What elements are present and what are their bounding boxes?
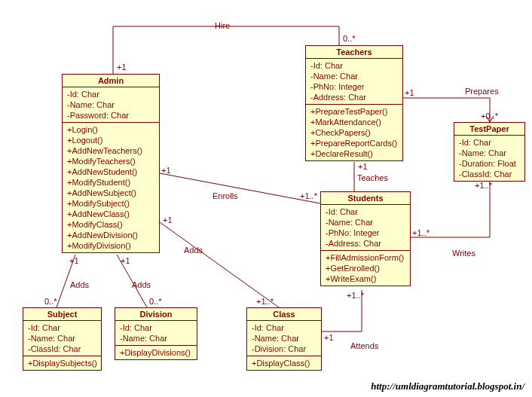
class-title: Admin <box>63 75 159 87</box>
m: +1 <box>405 88 414 97</box>
class-title: Subject <box>23 308 101 321</box>
attr-row: -Name: Char <box>67 99 154 110</box>
method-row: +AddNewSubject() <box>67 188 154 198</box>
m: +1..* <box>475 181 492 190</box>
footer-link[interactable]: http://umldiagramtutorial.blogspot.in/ <box>371 380 524 392</box>
writes-label: Writes <box>452 249 475 258</box>
method-row: +MarkAttendance() <box>310 117 398 127</box>
class-admin: Admin-Id: Char-Name: Char-Password: Char… <box>62 74 160 253</box>
attr-row: -Address: Char <box>310 92 398 102</box>
class-attrs: -Id: Char-Name: Char-Duration: Float-Cla… <box>454 136 524 181</box>
m: +0..* <box>481 111 498 121</box>
attr-row: -Id: Char <box>28 322 96 333</box>
method-row: +PrepareTestPaper() <box>310 106 398 117</box>
class-teachers: Teachers-Id: Char-Name: Char-PhNo: Integ… <box>305 45 403 161</box>
class-methods: +DisplaySubjects() <box>23 356 101 370</box>
class-testpaper: TestPaper-Id: Char-Name: Char-Duration: … <box>454 122 525 182</box>
m: +1 <box>121 256 130 265</box>
method-row: +ModifyDivision() <box>67 240 154 251</box>
attr-row: -Name: Char <box>459 148 520 158</box>
method-row: +FillAdmissionForm() <box>326 252 405 263</box>
method-row: +PrepareReportCards() <box>310 138 398 148</box>
class-attrs: -Id: Char-Name: Char-ClassId: Char <box>23 321 101 356</box>
class-methods: +Login()+Logout()+AddNewTeachers()+Modif… <box>63 123 159 252</box>
m: +1 <box>69 256 79 265</box>
attr-row: -Password: Char <box>67 110 154 121</box>
attr-row: -Duration: Float <box>459 158 520 169</box>
adds-division-label: Adds <box>132 280 151 289</box>
m: 0..* <box>343 34 356 43</box>
class-methods: +PrepareTestPaper()+MarkAttendance()+Che… <box>306 105 402 160</box>
m: +1 <box>163 215 173 224</box>
class-subject: Subject-Id: Char-Name: Char-ClassId: Cha… <box>23 307 102 371</box>
class-title: Students <box>321 192 410 205</box>
method-row: +DisplayClass() <box>252 358 316 368</box>
m: +1 <box>324 333 334 342</box>
method-row: +GetEnrolled() <box>326 263 405 273</box>
method-row: +CheckPapers() <box>310 127 398 138</box>
attr-row: -Id: Char <box>120 322 192 333</box>
class-attrs: -Id: Char-Name: Char-Password: Char <box>63 87 159 123</box>
attr-row: -PhNo: Integer <box>310 81 398 92</box>
class-methods: +DisplayDivisions() <box>115 346 197 359</box>
class-attrs: -Id: Char-Name: Char-Division: Char <box>247 321 321 356</box>
method-row: +AddNewDivision() <box>67 230 154 240</box>
attr-row: -PhNo: Integer <box>326 228 405 238</box>
class-title: TestPaper <box>454 123 524 136</box>
attr-row: -Id: Char <box>67 89 154 99</box>
class-division: Division-Id: Char-Name: Char+DisplayDivi… <box>115 307 197 360</box>
method-row: +AddNewStudent() <box>67 166 154 177</box>
m: +1..* <box>412 228 430 237</box>
method-row: +Logout() <box>67 135 154 145</box>
m: 0..* <box>44 297 57 306</box>
adds-class-label: Adds <box>184 246 203 255</box>
attr-row: -Id: Char <box>252 322 316 333</box>
attr-row: -Id: Char <box>310 60 398 71</box>
class-title: Teachers <box>306 46 402 59</box>
class-class: Class-Id: Char-Name: Char-Division: Char… <box>246 307 322 371</box>
attr-row: -Id: Char <box>326 206 405 217</box>
method-row: +ModifyTeachers() <box>67 156 154 166</box>
attr-row: -Id: Char <box>459 137 520 148</box>
class-title: Class <box>247 308 321 321</box>
method-row: +ModifyClass() <box>67 219 154 230</box>
class-methods: +FillAdmissionForm()+GetEnrolled()+Write… <box>321 251 410 286</box>
method-row: +ModifyStudent() <box>67 177 154 188</box>
attr-row: -Name: Char <box>252 333 316 344</box>
adds-subject-label: Adds <box>70 280 89 289</box>
class-attrs: -Id: Char-Name: Char <box>115 321 197 346</box>
prepares-label: Prepares <box>465 87 499 96</box>
attr-row: -Name: Char <box>326 217 405 228</box>
attr-row: -ClassId: Char <box>28 344 96 354</box>
class-attrs: -Id: Char-Name: Char-PhNo: Integer-Addre… <box>321 205 410 251</box>
teaches-label: Teaches <box>357 173 388 182</box>
method-row: +DeclareResult() <box>310 148 398 159</box>
attr-row: -Address: Char <box>326 238 405 249</box>
method-row: +AddNewTeachers() <box>67 145 154 156</box>
m: +1..* <box>256 297 274 306</box>
hire-label: Hire <box>215 21 230 30</box>
method-row: +ModifySubject() <box>67 198 154 209</box>
m: +1..* <box>347 291 364 300</box>
m: +1 <box>161 166 171 175</box>
class-methods: +DisplayClass() <box>247 356 321 370</box>
m: 0..* <box>149 297 162 306</box>
class-students: Students-Id: Char-Name: Char-PhNo: Integ… <box>320 191 411 286</box>
method-row: +Login() <box>67 124 154 135</box>
m: +1..* <box>300 191 317 200</box>
attr-row: -Name: Char <box>310 71 398 81</box>
attends-label: Attends <box>350 341 378 350</box>
m: +1 <box>117 63 127 72</box>
method-row: +DisplaySubjects() <box>28 358 96 368</box>
class-title: Division <box>115 308 197 321</box>
method-row: +AddNewClass() <box>67 209 154 219</box>
m: +1 <box>358 162 368 171</box>
method-row: +DisplayDivisions() <box>120 347 192 358</box>
attr-row: -ClassId: Char <box>459 169 520 179</box>
method-row: +WriteExam() <box>326 273 405 284</box>
attr-row: -Name: Char <box>120 333 192 344</box>
attr-row: -Division: Char <box>252 344 316 354</box>
attr-row: -Name: Char <box>28 333 96 344</box>
enrolls-label: Enrolls <box>212 191 238 200</box>
class-attrs: -Id: Char-Name: Char-PhNo: Integer-Addre… <box>306 59 402 105</box>
